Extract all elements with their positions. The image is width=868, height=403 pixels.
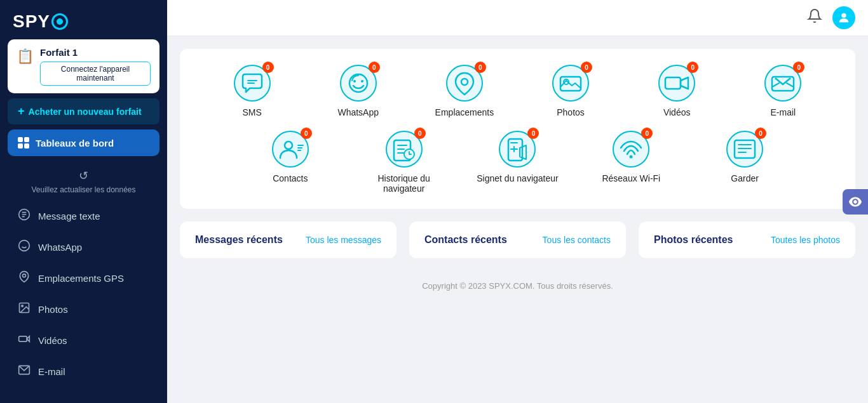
tableaux-de-bord-button[interactable]: Tableaux de bord [8, 129, 159, 156]
nav-menu: Message texte WhatsApp Emplacements GPS … [0, 201, 167, 387]
sidebar-item-label: Photos [38, 304, 68, 315]
dashboard-icon-videos[interactable]: 0 Vidéos [635, 64, 718, 117]
sms-badge: 0 [262, 62, 274, 73]
photos-recentes-title: Photos récentes [654, 234, 733, 246]
toutes-les-photos-link[interactable]: Toutes les photos [771, 235, 840, 245]
email-icon [18, 364, 31, 380]
dashboard-icon-emplacements[interactable]: 0 Emplacements [423, 64, 506, 117]
whatsapp-label: WhatsApp [337, 107, 379, 117]
main-content: 0 SMS 0 [167, 0, 868, 403]
svg-rect-7 [19, 336, 27, 341]
sidebar-item-videos[interactable]: Vidéos [5, 325, 162, 356]
garder-badge: 0 [755, 128, 766, 139]
contacts-recents-card: Contacts récents Tous les contacts [409, 221, 626, 258]
connect-button[interactable]: Connectez l'appareil maintenant [40, 62, 151, 86]
photos-recentes-card: Photos récentes Toutes les photos [639, 221, 855, 258]
sms-label: SMS [242, 107, 261, 117]
videos-label: Vidéos [663, 107, 691, 117]
svg-point-16 [353, 80, 356, 83]
acheter-forfait-button[interactable]: + Acheter un nouveau forfait [8, 98, 159, 124]
icons-row-2: 0 Contacts 0 [199, 130, 836, 194]
contacts-label: Contacts [273, 173, 308, 183]
sidebar-item-label: Emplacements GPS [38, 273, 124, 284]
sidebar-item-photos[interactable]: Photos [5, 294, 162, 325]
tous-les-contacts-link[interactable]: Tous les contacts [543, 235, 611, 245]
copyright-text: Copyright © 2023 SPYX.COM. Tous droits r… [422, 281, 613, 291]
logo: SPY [0, 0, 167, 39]
icons-card: 0 SMS 0 [180, 49, 855, 209]
svg-point-1 [19, 241, 30, 251]
forfait-title: Forfait 1 [40, 47, 151, 58]
svg-point-17 [361, 80, 363, 83]
sidebar-item-message-texte[interactable]: Message texte [5, 201, 162, 232]
topbar [167, 0, 868, 36]
emplacements-badge: 0 [475, 62, 486, 73]
dashboard-icon-historique[interactable]: 0 Historique du navigateur [363, 130, 445, 194]
location-icon [18, 270, 31, 286]
signet-label: Signet du navigateur [477, 173, 558, 183]
tous-les-messages-link[interactable]: Tous les messages [306, 235, 381, 245]
svg-point-6 [22, 305, 24, 307]
photos-icon [18, 301, 31, 317]
emplacements-label: Emplacements [435, 107, 494, 117]
bell-icon[interactable] [807, 8, 822, 27]
messages-recents-title: Messages récents [195, 234, 283, 246]
sidebar-item-label: Message texte [38, 211, 100, 221]
dashboard-content: 0 SMS 0 [167, 36, 868, 310]
user-avatar[interactable] [832, 6, 855, 29]
refresh-text: Veuillez actualiser les données [31, 185, 135, 194]
footer: Copyright © 2023 SPYX.COM. Tous droits r… [180, 271, 855, 297]
photos-badge: 0 [581, 62, 592, 73]
logo-text: SPY [13, 11, 68, 31]
videos-badge: 0 [687, 62, 698, 73]
svg-point-38 [630, 155, 633, 159]
wifi-badge: 0 [641, 128, 653, 139]
dashboard-icon-contacts[interactable]: 0 Contacts [249, 130, 332, 183]
messages-recents-card: Messages récents Tous les messages [180, 221, 397, 258]
sms-icon [18, 208, 31, 224]
sidebar-item-email[interactable]: E-mail [5, 356, 162, 387]
icons-row-1: 0 SMS 0 [199, 64, 836, 117]
forfait-card: 📋 Forfait 1 Connectez l'appareil mainten… [8, 39, 159, 93]
sidebar: SPY 📋 Forfait 1 Connectez l'appareil mai… [0, 0, 167, 403]
dashboard-icon-whatsapp[interactable]: 0 WhatsApp [317, 64, 400, 117]
acheter-label: Acheter un nouveau forfait [29, 107, 142, 117]
sidebar-item-label: E-mail [38, 366, 65, 377]
whatsapp-badge: 0 [369, 62, 380, 73]
dashboard-icon-email[interactable]: 0 E-mail [742, 64, 824, 117]
sidebar-item-label: WhatsApp [38, 242, 82, 253]
photos-label: Photos [557, 107, 585, 117]
sidebar-item-label: Vidéos [38, 335, 67, 346]
email-label: E-mail [771, 107, 796, 117]
dashboard-icon-wifi[interactable]: 0 Réseaux Wi-Fi [590, 130, 672, 183]
contacts-badge: 0 [301, 128, 312, 139]
dashboard-icon-signet[interactable]: 0 Signet du navigateur [476, 130, 559, 183]
whatsapp-icon [18, 239, 31, 255]
dashboard-icon-photos[interactable]: 0 Photos [529, 64, 612, 117]
recent-row: Messages récents Tous les messages Conta… [180, 221, 855, 258]
historique-badge: 0 [414, 128, 426, 139]
svg-point-4 [23, 274, 26, 277]
plus-icon: + [18, 105, 25, 118]
tableaux-label: Tableaux de bord [36, 138, 114, 149]
sidebar-item-emplacements[interactable]: Emplacements GPS [5, 263, 162, 294]
sidebar-item-whatsapp[interactable]: WhatsApp [5, 232, 162, 263]
email-badge: 0 [793, 62, 804, 73]
grid-icon [18, 137, 29, 149]
historique-label: Historique du navigateur [363, 173, 445, 194]
dashboard-icon-garder[interactable]: 0 Garder [703, 130, 786, 183]
refresh-section: ↺ Veuillez actualiser les données [0, 166, 167, 201]
refresh-icon[interactable]: ↺ [79, 169, 88, 183]
contacts-recents-title: Contacts récents [424, 234, 507, 246]
dashboard-icon-sms[interactable]: 0 SMS [211, 64, 294, 117]
settings-button[interactable] [843, 189, 868, 215]
svg-point-10 [841, 13, 846, 18]
forfait-icon: 📋 [17, 48, 34, 65]
garder-label: Garder [731, 173, 759, 183]
wifi-label: Réseaux Wi-Fi [602, 173, 660, 183]
signet-badge: 0 [527, 128, 539, 139]
videos-icon [18, 333, 31, 348]
